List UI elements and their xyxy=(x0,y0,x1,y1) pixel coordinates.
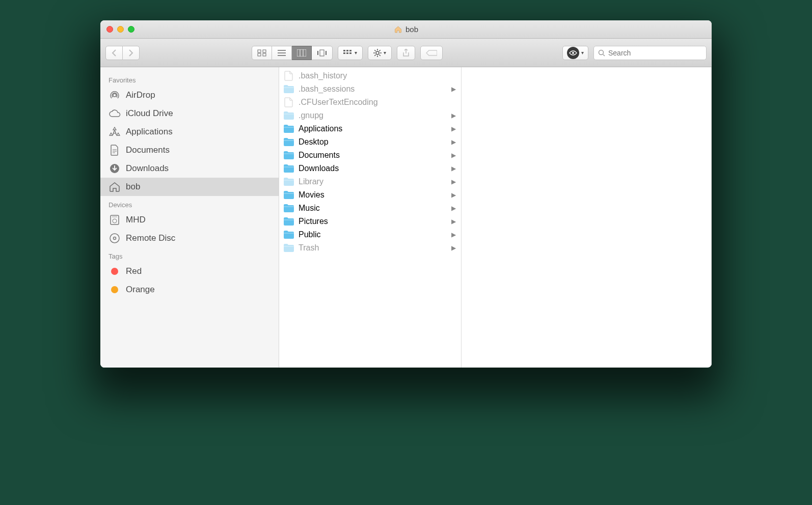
forward-button[interactable] xyxy=(123,46,140,60)
sidebar-item-airdrop[interactable]: AirDrop xyxy=(100,86,279,104)
column-view: .bash_history.bash_sessions▶.CFUserTextE… xyxy=(279,67,712,368)
sidebar-item-bob[interactable]: bob xyxy=(100,178,279,196)
folder-icon xyxy=(283,84,294,94)
column-2[interactable] xyxy=(462,67,712,368)
gallery-view-button[interactable] xyxy=(312,46,333,60)
chevron-right-icon xyxy=(128,49,134,57)
file-item[interactable]: Movies▶ xyxy=(279,188,461,202)
sidebar-icon xyxy=(109,162,121,175)
svg-rect-3 xyxy=(263,53,266,56)
svg-rect-2 xyxy=(258,53,261,56)
chevron-down-icon: ▾ xyxy=(581,50,584,55)
folder-icon xyxy=(283,190,294,200)
toolbar: ▾ ▾ xyxy=(100,39,712,67)
file-name: Documents xyxy=(299,151,340,160)
back-button[interactable] xyxy=(105,46,123,60)
titlebar: bob xyxy=(100,20,712,39)
svg-line-26 xyxy=(374,54,375,55)
svg-point-31 xyxy=(113,94,116,97)
share-button[interactable] xyxy=(397,46,415,60)
share-icon xyxy=(402,49,410,57)
file-item[interactable]: .bash_sessions▶ xyxy=(279,82,461,96)
list-view-button[interactable] xyxy=(272,46,292,60)
gear-icon xyxy=(373,49,382,57)
sidebar-icon: A xyxy=(109,126,121,138)
file-name: Movies xyxy=(299,190,324,200)
file-item[interactable]: Trash▶ xyxy=(279,241,461,255)
icon-view-button[interactable] xyxy=(252,46,272,60)
tag-icon xyxy=(426,49,437,57)
search-icon xyxy=(598,49,605,57)
quicklook-button[interactable]: ▾ xyxy=(562,46,588,60)
sidebar-icon xyxy=(109,89,121,101)
svg-text:A: A xyxy=(112,129,117,136)
folder-icon xyxy=(283,243,294,253)
search-field[interactable] xyxy=(593,46,707,60)
sidebar-icon xyxy=(109,214,121,226)
file-item[interactable]: Public▶ xyxy=(279,228,461,241)
sidebar-item-label: AirDrop xyxy=(126,90,155,100)
sidebar-heading: Favorites xyxy=(100,71,279,86)
file-item[interactable]: .CFUserTextEncoding xyxy=(279,96,461,109)
folder-icon xyxy=(283,203,294,213)
tag-icon xyxy=(109,265,121,277)
list-icon xyxy=(277,49,286,57)
file-name: .CFUserTextEncoding xyxy=(299,98,378,107)
file-item[interactable]: Documents▶ xyxy=(279,149,461,162)
arrange-button[interactable]: ▾ xyxy=(338,46,363,60)
tags-group xyxy=(420,46,443,60)
sidebar-item-label: Applications xyxy=(126,127,173,137)
svg-rect-16 xyxy=(343,52,345,54)
chevron-right-icon: ▶ xyxy=(451,191,456,199)
sidebar-item-orange[interactable]: Orange xyxy=(100,280,279,299)
svg-line-25 xyxy=(380,54,381,55)
file-item[interactable]: Music▶ xyxy=(279,202,461,215)
folder-icon xyxy=(283,177,294,187)
svg-rect-39 xyxy=(112,216,117,217)
file-item[interactable]: .bash_history xyxy=(279,69,461,82)
svg-rect-0 xyxy=(258,50,261,52)
sidebar-item-label: MHD xyxy=(126,215,146,225)
column-1[interactable]: .bash_history.bash_sessions▶.CFUserTextE… xyxy=(279,67,462,368)
sidebar-item-label: Documents xyxy=(126,145,170,155)
file-item[interactable]: Downloads▶ xyxy=(279,162,461,175)
sidebar-item-downloads[interactable]: Downloads xyxy=(100,159,279,178)
file-item[interactable]: Desktop▶ xyxy=(279,135,461,149)
sidebar-item-icloud-drive[interactable]: iCloud Drive xyxy=(100,104,279,123)
coverflow-icon xyxy=(317,49,327,57)
arrange-group: ▾ xyxy=(338,46,363,60)
sidebar-heading: Tags xyxy=(100,247,279,262)
chevron-down-icon: ▾ xyxy=(355,50,357,55)
search-input[interactable] xyxy=(608,49,702,57)
action-group: ▾ xyxy=(368,46,392,60)
file-item[interactable]: Pictures▶ xyxy=(279,215,461,228)
fullscreen-button[interactable] xyxy=(128,26,134,33)
svg-rect-13 xyxy=(343,50,345,51)
sidebar-item-applications[interactable]: AApplications xyxy=(100,123,279,141)
file-name: Desktop xyxy=(299,137,329,147)
sidebar-item-documents[interactable]: Documents xyxy=(100,141,279,159)
minimize-button[interactable] xyxy=(117,26,124,33)
sidebar-item-red[interactable]: Red xyxy=(100,262,279,280)
edit-tags-button[interactable] xyxy=(420,46,443,60)
file-name: Library xyxy=(299,177,323,186)
file-item[interactable]: .gnupg▶ xyxy=(279,109,461,122)
window-body: FavoritesAirDropiCloud DriveAApplication… xyxy=(100,67,712,368)
sidebar-icon xyxy=(109,144,121,156)
file-name: Public xyxy=(299,230,321,239)
sidebar-item-remote-disc[interactable]: Remote Disc xyxy=(100,229,279,247)
file-item[interactable]: Library▶ xyxy=(279,175,461,188)
chevron-down-icon: ▾ xyxy=(384,50,386,55)
column-view-button[interactable] xyxy=(292,46,312,60)
file-item[interactable]: Applications▶ xyxy=(279,122,461,135)
svg-rect-17 xyxy=(346,52,348,54)
chevron-right-icon: ▶ xyxy=(451,138,456,146)
action-button[interactable]: ▾ xyxy=(368,46,392,60)
svg-rect-14 xyxy=(346,50,348,51)
file-name: Music xyxy=(299,204,320,213)
file-name: Downloads xyxy=(299,164,339,173)
sidebar-item-mhd[interactable]: MHD xyxy=(100,211,279,229)
chevron-right-icon: ▶ xyxy=(451,112,456,119)
file-name: .bash_history xyxy=(299,71,347,80)
close-button[interactable] xyxy=(106,26,113,33)
